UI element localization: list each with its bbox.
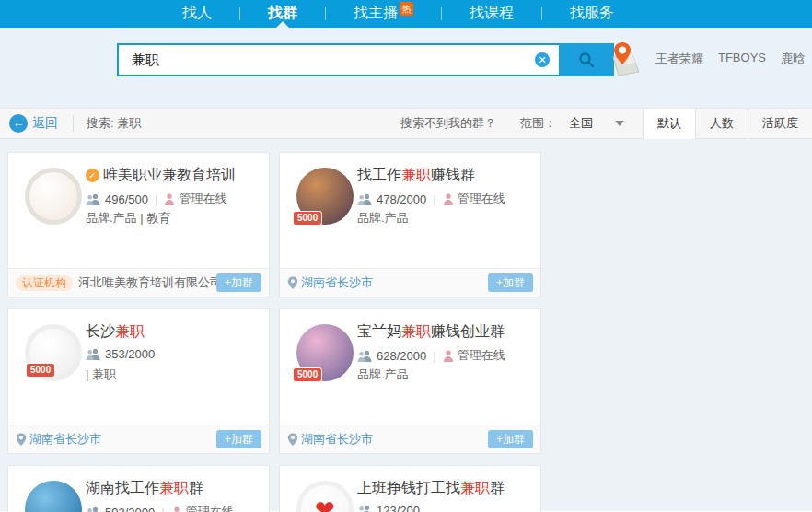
group-avatar[interactable]: ❤	[296, 481, 354, 512]
card-footer: 认证机构 河北唯美教育培训有限公司 +加群	[8, 268, 269, 297]
title-text: 群	[189, 480, 203, 495]
map-search-icon[interactable]	[609, 41, 643, 77]
nav-item-label: 找群	[268, 5, 297, 20]
admin-online-label: 管理在线	[179, 191, 226, 207]
title-text: 上班挣钱打工找	[357, 480, 460, 495]
group-avatar[interactable]: 5000	[25, 481, 82, 512]
admin-online: 管理在线	[164, 191, 226, 207]
group-avatar[interactable]: 5000	[296, 324, 354, 381]
group-title[interactable]: ✓宝䒑妈兼职赚钱创业群	[357, 322, 534, 342]
group-title[interactable]: ✓长沙兼职	[86, 322, 262, 342]
group-tags: 品牌.产品	[357, 367, 534, 383]
member-count: 353/2000	[105, 347, 155, 361]
nav-item-find-service[interactable]: 找服务	[542, 0, 642, 28]
group-avatar[interactable]: 5000	[296, 168, 354, 225]
member-row: 123/200 |	[357, 504, 420, 512]
cant-find-group-link[interactable]: 搜索不到我的群？	[400, 115, 496, 132]
back-button[interactable]: ← 返回	[9, 114, 58, 133]
clear-search-icon[interactable]: ✕	[535, 52, 550, 67]
hot-word-link[interactable]: 王者荣耀	[655, 51, 703, 67]
map-pin-icon	[16, 433, 27, 447]
members-icon	[357, 505, 372, 512]
group-title[interactable]: ✓找工作兼职赚钱群	[357, 166, 534, 185]
main-nav: 找人 找群 找主播热 找课程 找服务	[0, 0, 812, 28]
group-grid: ✓唯美职业兼教育培训 496/500 | 管理在线 品牌.产品 | 教育 认证机…	[7, 152, 812, 512]
location[interactable]: 湖南省长沙市	[16, 431, 216, 448]
group-title[interactable]: ✓湖南找工作兼职群	[86, 479, 262, 498]
back-label: 返回	[32, 115, 58, 132]
nav-item-find-group[interactable]: 找群	[240, 0, 325, 28]
group-tags: 品牌.产品 | 教育	[86, 210, 262, 227]
member-divider: |	[155, 192, 157, 206]
admin-icon	[443, 350, 454, 362]
title-text: 宝䒑妈	[357, 323, 401, 339]
members-icon	[86, 348, 100, 360]
member-divider: |	[433, 192, 435, 206]
group-title[interactable]: ✓上班挣钱打工找兼职群	[357, 479, 534, 498]
caret-down-icon	[615, 121, 624, 126]
nav-item-find-course[interactable]: 找课程	[442, 0, 541, 28]
group-title[interactable]: ✓唯美职业兼教育培训	[86, 166, 262, 185]
title-text: 群	[490, 480, 505, 495]
nav-item-find-streamer[interactable]: 找主播热	[326, 0, 441, 28]
members-icon	[357, 193, 372, 205]
members-icon	[357, 350, 372, 362]
location-label: 湖南省长沙市	[301, 431, 373, 448]
search-icon	[577, 51, 596, 69]
group-card: ❤ ✓上班挣钱打工找兼职群 123/200 | 品牌.产品 | 1	[279, 465, 541, 512]
group-avatar[interactable]	[25, 168, 82, 225]
admin-online: 管理在线	[443, 347, 505, 364]
location[interactable]: 湖南省长沙市	[287, 274, 488, 291]
search-button[interactable]	[559, 43, 614, 76]
map-pin-icon	[287, 276, 298, 290]
member-row: 478/2000 | 管理在线	[357, 191, 505, 207]
title-text: 长沙	[86, 323, 115, 339]
verified-icon: ✓	[86, 169, 99, 182]
title-highlight: 兼职	[115, 323, 145, 339]
title-text: 唯美职业兼教育培训	[103, 167, 236, 182]
scope-dropdown[interactable]: 全国	[569, 115, 624, 132]
nav-item-label: 找服务	[570, 5, 614, 20]
map-pin-icon	[287, 433, 298, 447]
search-query-label: 搜索: 兼职	[87, 115, 141, 132]
join-group-button[interactable]: +加群	[488, 273, 533, 292]
nav-item-label: 找主播	[354, 5, 398, 20]
member-row: 593/2000 | 管理在线	[86, 504, 234, 512]
members-icon	[86, 506, 100, 512]
card-footer: 湖南省长沙市 +加群	[280, 425, 540, 453]
group-card: 5000 ✓找工作兼职赚钱群 478/2000 | 管理在线 品牌.产品	[279, 152, 541, 297]
group-avatar[interactable]: 5000	[25, 324, 82, 381]
capacity-badge: 5000	[293, 211, 322, 226]
location[interactable]: 湖南省长沙市	[287, 431, 488, 448]
sort-tab-activity[interactable]: 活跃度	[748, 109, 812, 138]
cert-badge: 认证机构	[16, 275, 73, 291]
back-arrow-icon: ←	[9, 114, 28, 133]
search-input[interactable]	[117, 43, 559, 76]
member-count: 123/200	[377, 504, 420, 512]
member-row: 496/500 | 管理在线	[86, 191, 226, 207]
scope-value: 全国	[569, 115, 593, 132]
location-label: 湖南省长沙市	[29, 431, 101, 448]
member-count: 478/2000	[377, 192, 426, 206]
join-group-button[interactable]: +加群	[488, 430, 533, 448]
admin-online-label: 管理在线	[458, 191, 505, 207]
filter-bar: ← 返回 搜索: 兼职 搜索不到我的群？ 范围： 全国 默认 人数 活跃度	[0, 108, 812, 139]
search-results: ✓唯美职业兼教育培训 496/500 | 管理在线 品牌.产品 | 教育 认证机…	[0, 139, 812, 511]
top-navbar: 找人 找群 找主播热 找课程 找服务	[0, 0, 812, 28]
hot-word-link[interactable]: 鹿晗	[781, 51, 805, 67]
search-section: ✕ 王者荣耀 TFBOYS 鹿晗	[0, 28, 812, 108]
group-card: ✓唯美职业兼教育培训 496/500 | 管理在线 品牌.产品 | 教育 认证机…	[7, 152, 270, 297]
nav-item-find-people[interactable]: 找人	[155, 0, 239, 28]
hot-word-link[interactable]: TFBOYS	[718, 51, 766, 67]
join-group-button[interactable]: +加群	[216, 430, 261, 448]
title-text: 赚钱创业群	[431, 323, 505, 339]
nav-item-label: 找课程	[470, 5, 514, 20]
sort-tab-default[interactable]: 默认	[643, 109, 695, 139]
group-card: 5000 ✓宝䒑妈兼职赚钱创业群 628/2000 | 管理在线 品牌.产品	[279, 308, 541, 454]
group-card: 5000 ✓湖南找工作兼职群 593/2000 | 管理在线 品牌.产品 | 湖…	[7, 465, 270, 512]
card-footer: 湖南省长沙市 +加群	[280, 268, 540, 297]
member-count: 496/500	[105, 192, 148, 206]
sort-tab-members[interactable]: 人数	[695, 109, 748, 138]
admin-online-label: 管理在线	[186, 504, 234, 512]
join-group-button[interactable]: +加群	[216, 273, 261, 292]
